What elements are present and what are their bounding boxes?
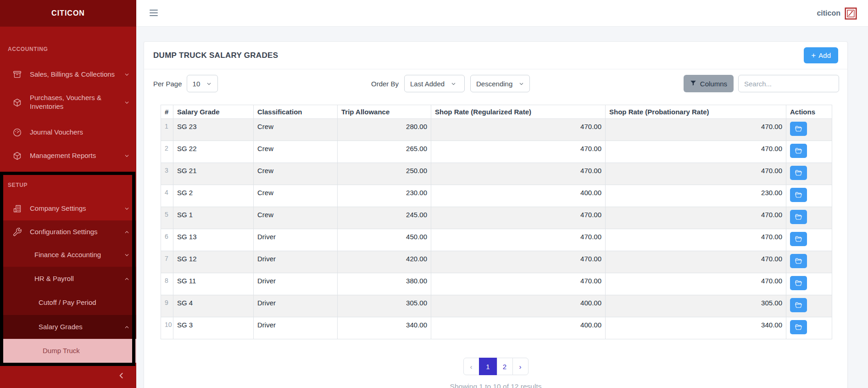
citicon-logo-icon[interactable] [845,7,857,20]
classification-cell: Driver [254,317,338,339]
hamburger-menu-icon[interactable] [150,10,158,18]
sidebar-item-company-settings[interactable]: Company Settings [0,197,136,220]
search-input[interactable] [738,75,839,92]
pagination-next-button[interactable]: › [512,358,529,375]
open-record-button[interactable] [790,276,807,290]
chevron-down-icon [451,80,456,88]
salary-grade-cell: SG 12 [173,251,254,273]
open-record-button[interactable] [790,298,807,312]
chevron-down-icon [124,153,130,159]
actions-cell [786,229,832,251]
actions-cell [786,273,832,295]
classification-cell: Driver [254,251,338,273]
folder-open-icon [795,191,802,199]
sidebar-item-hr-payroll[interactable]: HR & Payroll [0,267,136,291]
sidebar-item-journal-vouchers[interactable]: Journal Vouchers [0,121,136,144]
row-number-cell: 9 [161,295,173,317]
trip-allowance-cell: 305.00 [338,295,431,317]
row-number-cell: 2 [161,141,173,163]
sidebar: CITICON ACCOUNTING Sales, Billings & Col… [0,0,136,388]
order-direction-select[interactable]: Descending [470,75,530,92]
actions-cell [786,251,832,273]
sidebar-item-management-reports[interactable]: Management Reports [0,144,136,167]
pagination-page-2-button[interactable]: 2 [497,358,513,375]
folder-open-icon [795,301,802,309]
shop-rate-probationary-cell: 470.00 [606,251,786,273]
table-row: 4SG 2Crew230.00400.00230.00 [161,185,832,207]
folder-open-icon [795,213,802,221]
sidebar-item-label: Configuration Settings [30,228,98,236]
actions-cell [786,141,832,163]
classification-cell: Driver [254,295,338,317]
actions-cell [786,185,832,207]
sidebar-item-label: HR & Payroll [34,275,74,283]
column-header: # [161,105,173,119]
open-record-button[interactable] [790,210,807,224]
table-row: 5SG 1Crew245.00470.00470.00 [161,207,832,229]
column-header: Shop Rate (Probationary Rate) [606,105,786,119]
per-page-select[interactable]: 10 [187,75,218,92]
pagination-prev-button[interactable]: ‹ [463,358,479,375]
trip-allowance-cell: 250.00 [338,163,431,185]
open-record-button[interactable] [790,144,807,158]
wrench-icon [12,227,22,237]
row-number-cell: 5 [161,207,173,229]
sidebar-item-label: Dump Truck [43,347,80,355]
folder-open-icon [795,257,802,265]
sidebar-item-sales-billings-collections[interactable]: Sales, Billings & Collections [0,63,136,86]
add-button[interactable]: + Add [804,47,838,63]
classification-cell: Driver [254,229,338,251]
shop-rate-probationary-cell: 470.00 [606,141,786,163]
chevron-down-icon [124,252,130,258]
open-record-button[interactable] [790,232,807,246]
salary-grade-cell: SG 23 [173,119,254,141]
salary-grade-cell: SG 4 [173,295,254,317]
section-label-accounting: ACCOUNTING [8,46,48,52]
actions-cell [786,295,832,317]
open-record-button[interactable] [790,122,807,136]
row-number-cell: 6 [161,229,173,251]
sidebar-collapse-button[interactable] [117,371,126,382]
sidebar-item-label: Journal Vouchers [30,128,83,137]
sidebar-item-finance-accounting[interactable]: Finance & Accounting [0,243,136,267]
chevron-down-icon [124,206,130,212]
salary-grade-cell: SG 21 [173,163,254,185]
sidebar-item-configuration-settings[interactable]: Configuration Settings [0,220,136,243]
shop-rate-regularized-cell: 400.00 [431,317,606,339]
shop-rate-probationary-cell: 470.00 [606,119,786,141]
per-page-label: Per Page [153,80,182,88]
open-record-button[interactable] [790,188,807,202]
row-number-cell: 4 [161,185,173,207]
trip-allowance-cell: 230.00 [338,185,431,207]
open-record-button[interactable] [790,254,807,268]
sidebar-item-dump-truck-active[interactable]: Dump Truck [0,339,136,363]
classification-cell: Crew [254,163,338,185]
trip-allowance-cell: 420.00 [338,251,431,273]
pagination: ‹ 1 2 › [144,358,847,375]
order-field-select[interactable]: Last Added [404,75,465,92]
sidebar-item-salary-grades[interactable]: Salary Grades [0,315,136,339]
row-number-cell: 8 [161,273,173,295]
sidebar-item-label: Salary Grades [39,323,83,332]
chevron-up-icon [124,229,130,235]
row-number-cell: 1 [161,119,173,141]
sidebar-item-label: Finance & Accounting [34,251,101,259]
sidebar-item-cutoff-pay-period[interactable]: Cutoff / Pay Period [0,291,136,315]
table-row: 2SG 22Crew265.00470.00470.00 [161,141,832,163]
table-body: 1SG 23Crew280.00470.00470.002SG 22Crew26… [161,119,832,339]
columns-button[interactable]: Columns [684,75,734,92]
open-record-button[interactable] [790,166,807,180]
order-field-value: Last Added [410,80,445,88]
sidebar-item-label: Cutoff / Pay Period [39,298,96,307]
pagination-page-1-button[interactable]: 1 [479,358,497,375]
sidebar-item-purchases-vouchers-inventories[interactable]: Purchases, Vouchers & Inventories [0,88,136,117]
salary-grade-cell: SG 1 [173,207,254,229]
add-button-label: Add [818,51,831,59]
trip-allowance-cell: 340.00 [338,317,431,339]
table-row: 9SG 4Driver305.00400.00305.00 [161,295,832,317]
classification-cell: Crew [254,141,338,163]
chevron-down-icon [124,72,130,78]
actions-cell [786,317,832,339]
open-record-button[interactable] [790,320,807,334]
classification-cell: Driver [254,273,338,295]
